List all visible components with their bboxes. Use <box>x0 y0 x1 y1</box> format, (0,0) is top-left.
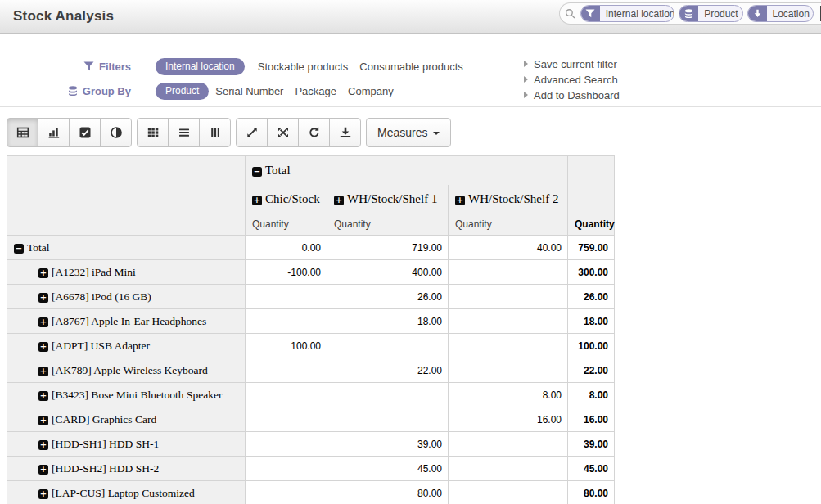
groupby-option[interactable]: Package <box>295 85 336 97</box>
pivot-cell[interactable]: 0.00 <box>246 236 327 260</box>
table-view-button[interactable] <box>7 118 38 147</box>
pivot-cell[interactable]: 100.00 <box>246 334 327 358</box>
pivot-cell[interactable]: 39.00 <box>327 432 449 457</box>
pivot-row-header[interactable]: +[HDD-SH2] HDD SH-2 <box>7 457 246 481</box>
pivot-cell[interactable] <box>449 432 568 457</box>
pivot-col-header[interactable]: +WH/Stock/Shelf 2 <box>449 185 568 214</box>
filter-option[interactable]: Consumable products <box>359 61 462 73</box>
pivot-row-total-cell[interactable]: 16.00 <box>568 407 615 432</box>
search-action-item[interactable]: Add to Dashboard <box>524 88 620 103</box>
pivot-cell[interactable]: 400.00 <box>327 260 449 285</box>
pivot-cell[interactable]: 8.00 <box>449 383 568 407</box>
search-facet-internal-location[interactable]: Internal location x <box>580 5 675 22</box>
pivot-cell[interactable] <box>449 457 568 481</box>
pivot-cell[interactable] <box>449 285 568 309</box>
filter-option[interactable]: Stockable products <box>258 61 349 73</box>
pivot-cell[interactable]: 26.00 <box>327 285 449 309</box>
pivot-row-header[interactable]: +[A8767] Apple In-Ear Headphones <box>7 309 246 334</box>
pivot-row-header[interactable]: +[B3423] Bose Mini Bluetooth Speaker <box>7 383 246 407</box>
pivot-cell[interactable] <box>327 334 449 358</box>
search-facet-location[interactable]: Location x <box>747 5 814 22</box>
rows-layout-button[interactable] <box>168 118 200 147</box>
pivot-row-label: [AK789] Apple Wireless Keyboard <box>52 364 208 376</box>
expand-all-button[interactable] <box>267 118 299 147</box>
pivot-cell[interactable]: 80.00 <box>327 481 449 504</box>
expand-button[interactable] <box>236 118 268 147</box>
pivot-row-header[interactable]: +[ADPT] USB Adapter <box>7 334 246 358</box>
pivot-row-header[interactable]: +[CARD] Graphics Card <box>7 407 246 432</box>
filters-heading: Filters <box>0 61 131 73</box>
columns-layout-button[interactable] <box>199 118 231 147</box>
pivot-row-total-cell[interactable]: 45.00 <box>568 457 615 481</box>
pivot-cell[interactable] <box>449 260 568 285</box>
search-action-label: Save current filter <box>534 58 617 70</box>
pivot-row-header[interactable]: +[A1232] iPad Mini <box>7 260 246 285</box>
total-measure-label: Quantity <box>575 218 615 230</box>
grid-layout-button[interactable] <box>137 118 169 147</box>
pivot-cell[interactable] <box>449 334 568 358</box>
pivot-cell[interactable]: 40.00 <box>449 236 568 260</box>
pivot-row-header[interactable]: +[HDD-SH1] HDD SH-1 <box>7 432 246 457</box>
pivot-col-header[interactable]: +WH/Stock/Shelf 1 <box>327 185 449 214</box>
pivot-cell[interactable]: -100.00 <box>246 260 327 285</box>
pivot-cell[interactable] <box>246 481 327 504</box>
pivot-row-total-cell[interactable]: 759.00 <box>568 236 615 260</box>
refresh-icon <box>308 126 321 139</box>
pivot-cell[interactable]: 16.00 <box>449 407 568 432</box>
pivot-cell[interactable] <box>246 407 327 432</box>
pivot-cell[interactable] <box>246 309 327 334</box>
bar-chart-icon <box>47 126 61 139</box>
pivot-cell[interactable] <box>246 457 327 481</box>
pivot-row-total-cell[interactable]: 80.00 <box>568 481 615 504</box>
pivot-row-total-cell[interactable]: 18.00 <box>568 309 615 334</box>
download-button[interactable] <box>329 118 361 147</box>
measures-button[interactable]: Measures <box>366 118 451 147</box>
pivot-corner <box>7 185 246 214</box>
pivot-cell[interactable] <box>246 383 327 407</box>
groupby-option[interactable]: Company <box>348 85 394 97</box>
active-groupby-pill[interactable]: Product <box>156 83 209 100</box>
pivot-cell[interactable] <box>246 285 327 309</box>
groupby-options: Serial NumberPackageCompany <box>215 85 404 97</box>
pivot-cell[interactable]: 18.00 <box>327 309 449 334</box>
pivot-cell[interactable] <box>246 358 327 383</box>
search-input[interactable]: Internal location x Product x Location x <box>559 2 821 25</box>
pivot-cell[interactable] <box>449 358 568 383</box>
search-action-item[interactable]: Advanced Search <box>524 72 620 88</box>
pivot-row-header[interactable]: +[AK789] Apple Wireless Keyboard <box>7 358 246 383</box>
facet-remove-icon[interactable]: x <box>813 9 814 19</box>
pivot-row-total-cell[interactable]: 26.00 <box>568 285 615 309</box>
pivot-row-header[interactable]: −Total <box>7 236 246 260</box>
pivot-col-header[interactable]: +Chic/Stock <box>246 185 327 214</box>
pivot-cell[interactable]: 22.00 <box>327 358 449 383</box>
search-action-item[interactable]: Save current filter <box>524 56 620 72</box>
pivot-row-header[interactable]: +[A6678] iPod (16 GB) <box>7 285 246 309</box>
plus-square-icon: + <box>38 391 48 401</box>
search-actions: Save current filterAdvanced SearchAdd to… <box>524 56 620 103</box>
pivot-cell[interactable]: 719.00 <box>327 236 449 260</box>
pivot-cell[interactable] <box>327 383 449 407</box>
pivot-cell[interactable] <box>449 481 568 504</box>
facet-remove-icon[interactable]: x <box>742 9 743 19</box>
pivot-row-total-cell[interactable]: 100.00 <box>568 334 615 358</box>
search-facet-product[interactable]: Product x <box>679 5 742 22</box>
pivot-row-total-cell[interactable]: 39.00 <box>568 432 615 457</box>
bar-chart-view-button[interactable] <box>38 118 70 147</box>
check-square-button[interactable] <box>69 118 101 147</box>
pivot-row-total-cell[interactable]: 300.00 <box>568 260 615 285</box>
adjust-contrast-button[interactable] <box>100 118 132 147</box>
pivot-cell[interactable] <box>246 432 327 457</box>
pivot-cell[interactable] <box>327 407 449 432</box>
pivot-cell[interactable] <box>449 309 568 334</box>
refresh-button[interactable] <box>298 118 330 147</box>
pivot-row-header[interactable]: +[LAP-CUS] Laptop Customized <box>7 481 246 504</box>
pivot-row-total-cell[interactable]: 8.00 <box>568 383 615 407</box>
plus-square-icon: + <box>38 293 48 303</box>
active-filter-pill[interactable]: Internal location <box>156 58 245 75</box>
pivot-row-total-cell[interactable]: 22.00 <box>568 358 615 383</box>
pivot-col-root-header[interactable]: −Total <box>246 156 568 185</box>
search-icon <box>565 7 576 20</box>
pivot-cell[interactable]: 45.00 <box>327 457 449 481</box>
groupby-option[interactable]: Serial Number <box>215 85 283 97</box>
group-by-disks-icon <box>68 86 78 97</box>
